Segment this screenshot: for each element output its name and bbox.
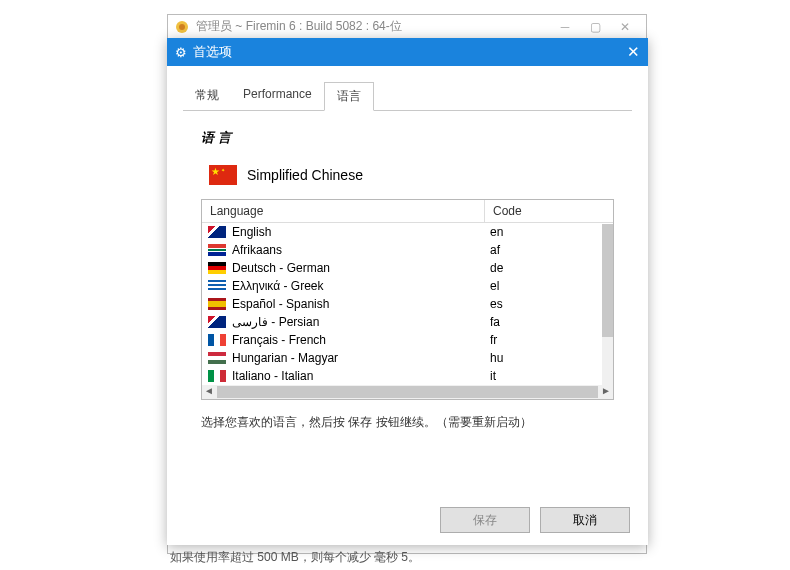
table-header: Language Code <box>202 200 613 223</box>
tab-general[interactable]: 常规 <box>183 82 231 110</box>
flag-icon <box>208 370 226 382</box>
language-code: es <box>490 297 552 311</box>
section-header: 语 言 <box>201 129 614 147</box>
hint-text: 选择您喜欢的语言，然后按 保存 按钮继续。（需要重新启动） <box>201 414 614 431</box>
table-body: EnglishenAfrikaansafDeutsch - GermandeΕλ… <box>202 223 613 385</box>
minimize-button[interactable]: ─ <box>550 20 580 34</box>
table-row[interactable]: Hungarian - Magyarhu <box>202 349 613 367</box>
tabs: 常规 Performance 语言 <box>183 82 632 111</box>
table-row[interactable]: Français - Frenchfr <box>202 331 613 349</box>
save-button[interactable]: 保存 <box>440 507 530 533</box>
table-row[interactable]: فارسی - Persianfa <box>202 313 613 331</box>
flag-icon <box>208 262 226 274</box>
tab-language[interactable]: 语言 <box>324 82 374 111</box>
tab-performance[interactable]: Performance <box>231 82 324 110</box>
language-name: Ελληνικά - Greek <box>232 279 490 293</box>
horizontal-scrollbar[interactable]: ◄ ► <box>202 385 613 399</box>
flag-icon <box>208 298 226 310</box>
flag-icon <box>208 244 226 256</box>
col-language[interactable]: Language <box>202 200 484 222</box>
language-code: de <box>490 261 552 275</box>
language-name: Deutsch - German <box>232 261 490 275</box>
dialog-buttons: 保存 取消 <box>440 507 630 533</box>
dialog-titlebar: ⚙ 首选项 ✕ <box>167 38 648 66</box>
preferences-dialog: ⚙ 首选项 ✕ 常规 Performance 语言 语 言 Simplified… <box>167 38 648 545</box>
language-name: Italiano - Italian <box>232 369 490 383</box>
close-dialog-button[interactable]: ✕ <box>627 43 640 61</box>
language-code: fa <box>490 315 552 329</box>
flag-icon <box>208 316 226 328</box>
scroll-left-icon[interactable]: ◄ <box>202 385 216 399</box>
table-row[interactable]: Ελληνικά - Greekel <box>202 277 613 295</box>
cancel-button[interactable]: 取消 <box>540 507 630 533</box>
language-code: it <box>490 369 552 383</box>
table-row[interactable]: Englishen <box>202 223 613 241</box>
table-row[interactable]: Italiano - Italianit <box>202 367 613 385</box>
svg-point-1 <box>179 24 185 30</box>
app-icon <box>174 19 190 35</box>
flag-icon <box>208 280 226 292</box>
table-row[interactable]: Deutsch - Germande <box>202 259 613 277</box>
dialog-title: 首选项 <box>193 43 232 61</box>
china-flag-icon <box>209 165 237 185</box>
current-language: Simplified Chinese <box>209 165 614 185</box>
close-main-button[interactable]: ✕ <box>610 20 640 34</box>
main-window-title: 管理员 ~ Firemin 6 : Build 5082 : 64-位 <box>196 18 402 35</box>
language-name: Español - Spanish <box>232 297 490 311</box>
language-code: en <box>490 225 552 239</box>
flag-icon <box>208 334 226 346</box>
language-name: Hungarian - Magyar <box>232 351 490 365</box>
language-code: el <box>490 279 552 293</box>
language-code: hu <box>490 351 552 365</box>
language-table: Language Code EnglishenAfrikaansafDeutsc… <box>201 199 614 400</box>
language-name: Français - French <box>232 333 490 347</box>
vertical-scrollbar[interactable] <box>602 224 613 385</box>
col-code[interactable]: Code <box>484 200 546 222</box>
tab-content: 语 言 Simplified Chinese Language Code Eng… <box>183 111 632 449</box>
table-row[interactable]: Afrikaansaf <box>202 241 613 259</box>
background-text: 如果使用率超过 500 MB，则每个减少 毫秒 5。 <box>170 549 420 566</box>
table-row[interactable]: Español - Spanishes <box>202 295 613 313</box>
main-titlebar: 管理员 ~ Firemin 6 : Build 5082 : 64-位 ─ ▢ … <box>168 15 646 39</box>
language-name: Afrikaans <box>232 243 490 257</box>
language-name: English <box>232 225 490 239</box>
flag-icon <box>208 226 226 238</box>
language-name: فارسی - Persian <box>232 315 490 329</box>
language-code: fr <box>490 333 552 347</box>
current-language-name: Simplified Chinese <box>247 167 363 183</box>
language-code: af <box>490 243 552 257</box>
maximize-button[interactable]: ▢ <box>580 20 610 34</box>
flag-icon <box>208 352 226 364</box>
scroll-right-icon[interactable]: ► <box>599 385 613 399</box>
gear-icon: ⚙ <box>175 45 187 60</box>
